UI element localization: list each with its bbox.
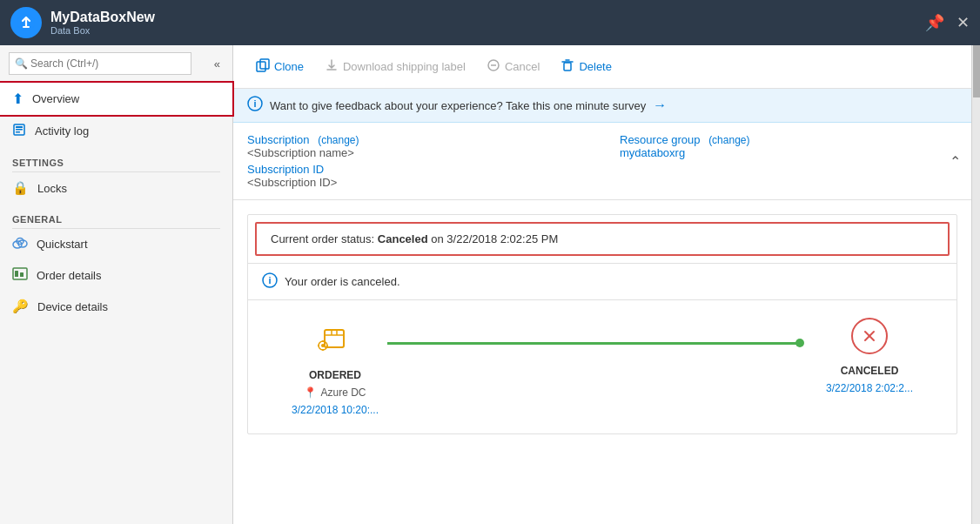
svg-rect-16	[564, 63, 571, 71]
sidebar-item-label: Overview	[32, 92, 79, 105]
subscription-col: Subscription (change) <Subscription name…	[247, 133, 585, 189]
canceled-x-icon	[851, 318, 888, 354]
cancel-icon	[487, 58, 500, 75]
app-subtitle: Data Box	[50, 25, 155, 36]
download-shipping-label-button[interactable]: Download shipping label	[316, 54, 474, 79]
svg-rect-10	[15, 271, 18, 277]
timeline-node-canceled: CANCELED 3/22/2018 2:02:2...	[817, 318, 922, 394]
delete-label: Delete	[579, 60, 612, 73]
subscription-change-link[interactable]: (change)	[318, 134, 359, 146]
status-container: Current order status: Canceled on 3/22/2…	[247, 214, 957, 434]
sidebar-item-quickstart[interactable]: Quickstart	[0, 229, 232, 259]
ordered-location: 📍 Azure DC	[304, 386, 366, 399]
collapse-overview-btn[interactable]: ⌃	[950, 153, 961, 170]
canceled-label: CANCELED	[841, 365, 899, 377]
cancel-button[interactable]: Cancel	[478, 54, 548, 79]
canceled-message: Your order is canceled.	[285, 275, 400, 288]
ordered-time: 3/22/2018 10:20:...	[292, 404, 379, 416]
svg-rect-1	[23, 26, 30, 28]
resource-group-change-link[interactable]: (change)	[708, 134, 749, 146]
subscription-name: <Subscription name>	[247, 146, 585, 159]
status-header: Current order status: Canceled on 3/22/2…	[255, 222, 950, 256]
svg-rect-3	[16, 126, 23, 128]
sidebar: 🔍 « ⬆ Overview Activity log	[0, 45, 233, 524]
collapse-sidebar-btn[interactable]: «	[214, 57, 220, 71]
order-details-icon	[12, 267, 28, 283]
sidebar-item-label: Order details	[37, 269, 101, 282]
download-icon	[325, 58, 339, 75]
search-input[interactable]	[9, 52, 191, 75]
app-title: MyDataBoxNew Data Box	[50, 10, 155, 36]
delete-button[interactable]: Delete	[552, 54, 621, 79]
quickstart-icon	[12, 237, 28, 252]
app-name: MyDataBoxNew	[50, 10, 155, 25]
download-label: Download shipping label	[343, 60, 466, 73]
cancel-label: Cancel	[505, 60, 540, 73]
svg-rect-13	[260, 59, 269, 69]
timeline-node-ordered: ORDERED 📍 Azure DC 3/22/2018 10:20:...	[283, 318, 387, 416]
ordered-label: ORDERED	[309, 369, 361, 381]
ordered-icon	[314, 318, 356, 364]
titlebar: MyDataBoxNew Data Box 📌 ✕	[0, 0, 980, 45]
location-pin-icon: 📍	[304, 386, 317, 399]
titlebar-controls: 📌 ✕	[925, 13, 970, 32]
canceled-circle	[851, 318, 888, 354]
main-layout: 🔍 « ⬆ Overview Activity log	[0, 45, 980, 524]
status-date: on 3/22/2018 2:02:25 PM	[428, 232, 559, 245]
sidebar-item-order-details[interactable]: Order details	[0, 259, 232, 291]
app-icon	[10, 7, 42, 38]
search-icon: 🔍	[15, 57, 28, 70]
svg-rect-5	[16, 131, 20, 133]
close-icon[interactable]: ✕	[957, 13, 970, 32]
svg-rect-4	[16, 129, 23, 131]
canceled-time: 3/22/2018 2:02:2...	[826, 382, 913, 394]
main-content: Clone Download shipping label	[233, 45, 971, 524]
toolbar: Clone Download shipping label	[233, 45, 971, 89]
device-details-icon: 🔑	[12, 299, 29, 314]
info-icon-2: i	[262, 272, 278, 291]
sidebar-item-activity-log[interactable]: Activity log	[0, 115, 232, 147]
overview-icon: ⬆	[12, 91, 23, 107]
titlebar-left: MyDataBoxNew Data Box	[10, 7, 155, 38]
sidebar-item-device-details[interactable]: 🔑 Device details	[0, 291, 232, 322]
subscription-label-row: Subscription (change)	[247, 133, 585, 146]
resource-group-col: Resource group (change) mydataboxrg	[620, 133, 957, 189]
svg-rect-12	[257, 62, 265, 71]
delete-icon	[560, 58, 574, 75]
search-wrapper: 🔍 «	[9, 52, 224, 75]
feedback-banner: i Want to give feedback about your exper…	[233, 89, 971, 123]
info-icon: i	[247, 96, 263, 115]
pin-icon[interactable]: 📌	[925, 13, 944, 32]
svg-text:i: i	[268, 275, 271, 286]
activity-log-icon	[12, 123, 26, 139]
sidebar-item-locks[interactable]: 🔒 Locks	[0, 172, 232, 204]
main-scrollbar[interactable]	[971, 45, 980, 524]
sidebar-item-label: Device details	[37, 300, 108, 313]
order-canceled-msg: i Your order is canceled.	[248, 263, 957, 299]
resource-group-label: Resource group	[620, 133, 701, 146]
search-bar: 🔍 «	[0, 45, 232, 83]
timeline-section: ORDERED 📍 Azure DC 3/22/2018 10:20:...	[248, 299, 957, 433]
feedback-arrow[interactable]: →	[653, 97, 667, 113]
settings-section-label: SETTINGS	[0, 147, 232, 171]
scroll-thumb	[973, 45, 980, 97]
general-section-label: GENERAL	[0, 204, 232, 228]
subscription-id-label: Subscription ID	[247, 163, 585, 176]
sidebar-item-label: Quickstart	[37, 238, 88, 251]
locks-icon: 🔒	[12, 180, 29, 196]
sidebar-item-label: Locks	[37, 182, 67, 195]
clone-icon	[256, 58, 270, 75]
clone-button[interactable]: Clone	[247, 54, 312, 79]
overview-grid: Subscription (change) <Subscription name…	[247, 133, 957, 189]
svg-point-25	[321, 344, 325, 347]
subscription-id-value: <Subscription ID>	[247, 176, 585, 189]
resource-group-value: mydataboxrg	[620, 146, 957, 159]
svg-text:i: i	[253, 98, 256, 109]
sidebar-item-label: Activity log	[35, 124, 89, 138]
status-bold: Canceled	[378, 232, 428, 245]
status-prefix: Current order status:	[271, 232, 378, 245]
subscription-label: Subscription	[247, 133, 310, 146]
sidebar-item-overview[interactable]: ⬆ Overview	[0, 83, 232, 115]
nav-overview-wrapper: ⬆ Overview	[0, 83, 232, 115]
subscription-section: Subscription (change) <Subscription name…	[233, 123, 971, 200]
